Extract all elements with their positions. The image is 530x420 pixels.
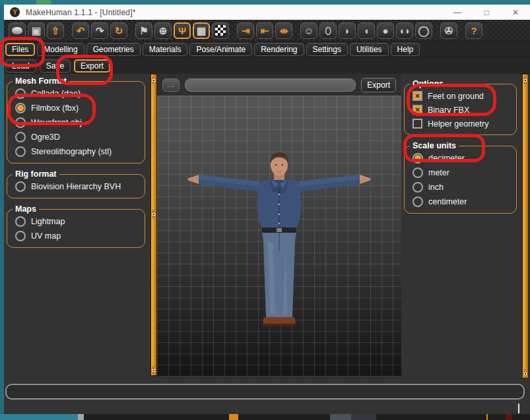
radio-icon bbox=[413, 167, 423, 178]
taskbar-fragment bbox=[486, 414, 488, 420]
pose-mode-button[interactable]: Ψ bbox=[174, 22, 191, 39]
export-filename-input[interactable] bbox=[185, 78, 356, 92]
background-checker-button[interactable] bbox=[212, 22, 229, 39]
radio-lightmap[interactable]: Lightmap bbox=[13, 214, 141, 229]
view-split-halves-button[interactable]: ◖◗ bbox=[396, 22, 413, 39]
item-label: Lightmap bbox=[31, 217, 65, 226]
pose-mode-icon: Ψ bbox=[178, 26, 186, 36]
maximize-icon: □ bbox=[484, 8, 488, 17]
group-title: Maps bbox=[13, 204, 39, 214]
viewport-canvas-3d[interactable] bbox=[157, 96, 401, 376]
symmetry-left-button[interactable]: ⇤ bbox=[256, 22, 273, 39]
splitter-handle-icon[interactable] bbox=[152, 76, 156, 84]
item-label: Ogre3D bbox=[31, 133, 60, 142]
tab-geometries[interactable]: Geometries bbox=[86, 43, 141, 56]
splitter-handle-icon[interactable] bbox=[523, 76, 527, 84]
group-title: Rig format bbox=[13, 169, 59, 179]
view-face-front-icon: ☺ bbox=[304, 26, 314, 36]
maximize-button[interactable]: □ bbox=[472, 5, 501, 20]
undo-button[interactable]: ↶ bbox=[72, 22, 89, 39]
progress-bar bbox=[5, 384, 525, 400]
titlebar[interactable]: Y MakeHuman 1.1.1 - [Untitled]* —□✕ bbox=[4, 5, 530, 20]
view-orbit-circle-button[interactable]: ◯ bbox=[415, 22, 432, 39]
redo-button[interactable]: ↷ bbox=[91, 22, 108, 39]
tab-help[interactable]: Help bbox=[391, 43, 420, 56]
symmetry-right-icon: ⇥ bbox=[242, 26, 250, 36]
radio-centimeter[interactable]: centimeter bbox=[410, 195, 512, 209]
tab-utilities[interactable]: Utilities bbox=[350, 43, 389, 56]
checkbox-helper-geometry[interactable]: Helper geometry bbox=[410, 117, 512, 131]
close-button[interactable]: ✕ bbox=[501, 5, 530, 20]
view-head-back-icon: ● bbox=[382, 26, 388, 36]
radio-icon bbox=[413, 182, 423, 193]
save-file-button[interactable]: ▣ bbox=[28, 22, 45, 39]
symmetry-both-button[interactable]: ⇹ bbox=[275, 22, 292, 39]
load-file-button[interactable]: ⇧ bbox=[47, 22, 64, 39]
minimize-icon: — bbox=[453, 8, 461, 17]
view-split-halves-icon: ◖◗ bbox=[399, 26, 411, 36]
reload-button[interactable]: ↻ bbox=[110, 22, 127, 39]
smooth-shading-button[interactable]: ⚑ bbox=[135, 22, 152, 39]
makehuman-logo-icon: Y bbox=[10, 7, 20, 17]
radio-ogre3d[interactable]: Ogre3D bbox=[13, 130, 141, 144]
desktop-icon-fragment bbox=[36, 0, 51, 5]
radio-stereolithography-stl[interactable]: Stereolithography (stl) bbox=[13, 144, 141, 159]
tab-pose-animate[interactable]: Pose/Animate bbox=[189, 43, 252, 56]
item-label: Biovision Hierarchy BVH bbox=[31, 182, 121, 191]
splitter-handle-icon[interactable] bbox=[152, 366, 156, 375]
redo-icon: ↷ bbox=[96, 26, 104, 36]
grid-toggle-button[interactable]: ▦ bbox=[193, 22, 210, 39]
left-splitter[interactable] bbox=[150, 74, 157, 376]
radio-uv-map[interactable]: UV map bbox=[13, 229, 141, 243]
export-button[interactable]: Export bbox=[361, 78, 396, 92]
minimize-button[interactable]: — bbox=[443, 5, 472, 20]
annotation-files-tab bbox=[0, 37, 45, 67]
radio-biovision-hierarchy-bvh[interactable]: Biovision Hierarchy BVH bbox=[13, 179, 141, 194]
view-head-blank-button[interactable]: ⬯ bbox=[319, 22, 337, 39]
view-face-front-button[interactable]: ☺ bbox=[300, 22, 317, 39]
window-title: MakeHuman 1.1.1 - [Untitled]* bbox=[26, 8, 136, 17]
new-mesh-button[interactable] bbox=[9, 22, 26, 39]
radio-icon bbox=[15, 231, 26, 241]
load-file-icon: ⇧ bbox=[51, 26, 60, 36]
grid-toggle-icon: ▦ bbox=[197, 26, 206, 36]
splitter-handle-icon[interactable] bbox=[152, 210, 156, 218]
taskbar-fragment bbox=[351, 414, 376, 420]
desktop-fragment bbox=[0, 414, 78, 420]
save-file-icon: ▣ bbox=[32, 26, 41, 36]
radio-icon bbox=[413, 196, 423, 207]
tab-settings[interactable]: Settings bbox=[306, 43, 348, 56]
human-model[interactable] bbox=[187, 142, 372, 328]
wireframe-globe-button[interactable]: ⊕ bbox=[154, 22, 172, 39]
window-controls: —□✕ bbox=[443, 5, 530, 20]
taskbar-fragment bbox=[229, 414, 238, 420]
toolbar: ▣⇧↶↷↻⚑⊕Ψ▦⇥⇤⇹☺⬯◗◖●◖◗◯✇? bbox=[4, 20, 530, 41]
radio-icon bbox=[15, 146, 26, 157]
symmetry-both-icon: ⇹ bbox=[280, 26, 288, 36]
export-right-panel: Options✕Feet on ground✕Binary FBXHelper … bbox=[401, 74, 522, 379]
symmetry-right-button[interactable]: ⇥ bbox=[237, 22, 254, 39]
symmetry-left-icon: ⇤ bbox=[261, 26, 269, 36]
view-profile-right-button[interactable]: ◗ bbox=[339, 22, 356, 39]
group-rig-format: Rig formatBiovision Hierarchy BVH bbox=[7, 169, 145, 198]
export-filename-bar: ... Export bbox=[157, 74, 401, 96]
help-icon: ? bbox=[471, 26, 477, 36]
grab-screenshot-camera-button[interactable]: ✇ bbox=[440, 22, 457, 39]
splitter-handle-icon[interactable] bbox=[523, 369, 527, 378]
help-button[interactable]: ? bbox=[465, 22, 482, 39]
view-head-back-button[interactable]: ● bbox=[377, 22, 394, 39]
smooth-shading-icon: ⚑ bbox=[139, 26, 148, 36]
radio-inch[interactable]: inch bbox=[410, 180, 512, 195]
background-checker-icon bbox=[215, 25, 226, 36]
desktop-fragment bbox=[78, 414, 84, 420]
right-splitter[interactable] bbox=[522, 74, 529, 378]
browse-button[interactable]: ... bbox=[162, 78, 180, 92]
item-label: Stereolithography (stl) bbox=[31, 147, 112, 156]
taskbar-fragment bbox=[330, 414, 351, 420]
view-profile-left-button[interactable]: ◖ bbox=[358, 22, 375, 39]
annotation-filmbox-radio bbox=[7, 94, 96, 125]
tab-materials[interactable]: Materials bbox=[143, 43, 188, 56]
checkbox-icon bbox=[413, 119, 422, 129]
tab-rendering[interactable]: Rendering bbox=[254, 43, 304, 56]
radio-meter[interactable]: meter bbox=[410, 165, 512, 180]
